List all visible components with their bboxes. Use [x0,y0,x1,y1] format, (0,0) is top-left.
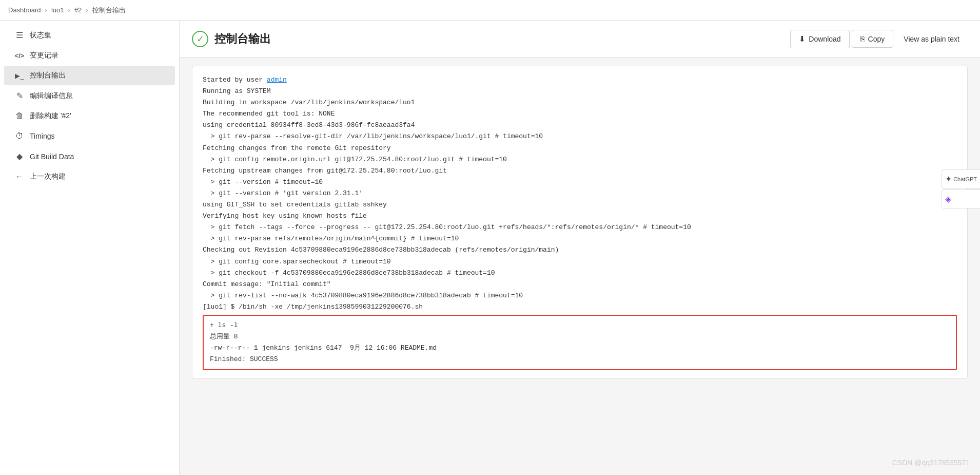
plain-text-label: View as plain text [904,35,959,43]
console-line: Fetching changes from the remote Git rep… [203,143,957,154]
download-label: Download [809,35,840,43]
chatgpt-button[interactable]: ✦ ChatGPT [942,169,980,188]
console-line: using GIT_SSH to set credentials gitlab … [203,199,957,211]
sidebar-item-git-build-data[interactable]: ◆ Git Build Data [4,146,175,166]
terminal-icon: ▶_ [14,72,25,80]
console-line: > git rev-list --no-walk 4c53709880eca91… [203,290,957,301]
sidebar-item-label: 上一次构建 [30,172,66,181]
console-line: Running as SYSTEM [203,86,957,97]
console-line: Commit message: "Initial commit" [203,279,957,290]
console-line: > git rev-parse --resolve-git-dir /var/l… [203,131,957,142]
download-icon: ⬇ [799,34,806,44]
success-icon: ✓ [192,31,208,47]
ai-icon: ◈ [945,194,951,204]
sidebar-item-label: 控制台输出 [30,71,66,80]
page-header: ✓ 控制台输出 ⬇ Download ⎘ Copy View as plain … [180,21,980,58]
console-line: > git config core.sparsecheckout # timeo… [203,256,957,268]
chatgpt-label: ChatGPT [953,176,977,182]
code-icon: </> [14,52,25,60]
chatgpt-icon: ✦ [945,174,952,184]
console-line-highlighted: Finished: SUCCESS [210,354,950,365]
breadcrumb: Dashboard › luo1 › #2 › 控制台输出 [0,0,980,21]
console-line: Building in workspace /var/lib/jenkins/w… [203,97,957,108]
console-line: [luo1] $ /bin/sh -xe /tmp/jenkins1398599… [203,301,957,313]
sidebar-item-timings[interactable]: ⏱ Timings [4,126,175,146]
clock-icon: ⏱ [14,131,25,141]
sidebar-item-status-set[interactable]: ☰ 状态集 [4,25,175,45]
console-line: Verifying host key using known hosts fil… [203,211,957,222]
sidebar-item-change-log[interactable]: </> 变更记录 [4,46,175,65]
sidebar: ☰ 状态集 </> 变更记录 ▶_ 控制台输出 ✎ 编辑编译信息 🗑 删除构建 … [0,21,180,475]
copy-label: Copy [868,35,885,43]
sidebar-item-prev-build[interactable]: ← 上一次构建 [4,167,175,186]
list-icon: ☰ [14,30,25,40]
sidebar-item-label: Git Build Data [30,153,74,161]
diamond-icon: ◆ [14,151,25,161]
copy-icon: ⎘ [860,34,865,43]
console-line-highlighted: -rw-r--r-- 1 jenkins jenkins 6147 9月 12 … [210,343,950,354]
console-line: > git checkout -f 4c53709880eca9196e2886… [203,268,957,279]
console-line: > git --version # 'git version 2.31.1' [203,188,957,199]
sidebar-item-label: 变更记录 [30,51,58,60]
breadcrumb-dashboard[interactable]: Dashboard [8,6,41,14]
console-line: > git --version # timeout=10 [203,177,957,188]
sidebar-item-label: 删除构建 '#2' [30,111,71,121]
console-line: Checking out Revision 4c53709880eca9196e… [203,244,957,256]
download-button[interactable]: ⬇ Download [790,30,849,48]
breadcrumb-build[interactable]: #2 [74,6,82,14]
edit-icon: ✎ [14,91,25,101]
main-content: ✓ 控制台输出 ⬇ Download ⎘ Copy View as plain … [180,21,980,475]
sidebar-item-edit-build-info[interactable]: ✎ 编辑编译信息 [4,86,175,106]
main-layout: ☰ 状态集 </> 变更记录 ▶_ 控制台输出 ✎ 编辑编译信息 🗑 删除构建 … [0,21,980,475]
view-plain-text-button[interactable]: View as plain text [895,31,968,47]
console-line: Fetching upstream changes from git@172.2… [203,165,957,177]
header-left: ✓ 控制台输出 [192,31,271,47]
sidebar-item-label: 编辑编译信息 [30,91,73,101]
arrow-left-icon: ← [14,172,25,181]
header-actions: ⬇ Download ⎘ Copy View as plain text [790,30,968,48]
sidebar-item-label: 状态集 [30,31,51,40]
console-line: The recommended git tool is: NONE [203,108,957,120]
breadcrumb-current: 控制台输出 [92,6,126,15]
console-area[interactable]: Started by user admin Running as SYSTEM … [180,58,980,475]
admin-link[interactable]: admin [267,76,287,84]
trash-icon: 🗑 [14,111,25,121]
console-box: Started by user admin Running as SYSTEM … [192,66,968,379]
page-title: 控制台输出 [214,31,271,47]
console-line-highlighted: + ls -l [210,320,950,331]
sidebar-item-delete-build[interactable]: 🗑 删除构建 '#2' [4,106,175,126]
right-float-panel: ✦ ChatGPT ◈ [942,169,980,208]
highlighted-output-block: + ls -l 总用量 8 -rw-r--r-- 1 jenkins jenki… [203,315,957,370]
console-line: Started by user admin [203,74,957,86]
ai-button[interactable]: ◈ [942,189,980,208]
sidebar-item-console-output[interactable]: ▶_ 控制台输出 [4,66,175,85]
console-line: > git config remote.origin.url git@172.2… [203,154,957,165]
breadcrumb-luo1[interactable]: luo1 [51,6,64,14]
console-line: using credential 80934ff8-3ed8-43d3-986f… [203,120,957,131]
console-line: > git fetch --tags --force --progress --… [203,222,957,233]
copy-button[interactable]: ⎘ Copy [852,30,894,48]
sidebar-item-label: Timings [30,132,55,140]
console-line: > git rev-parse refs/remotes/origin/main… [203,233,957,244]
console-line-highlighted: 总用量 8 [210,331,950,343]
